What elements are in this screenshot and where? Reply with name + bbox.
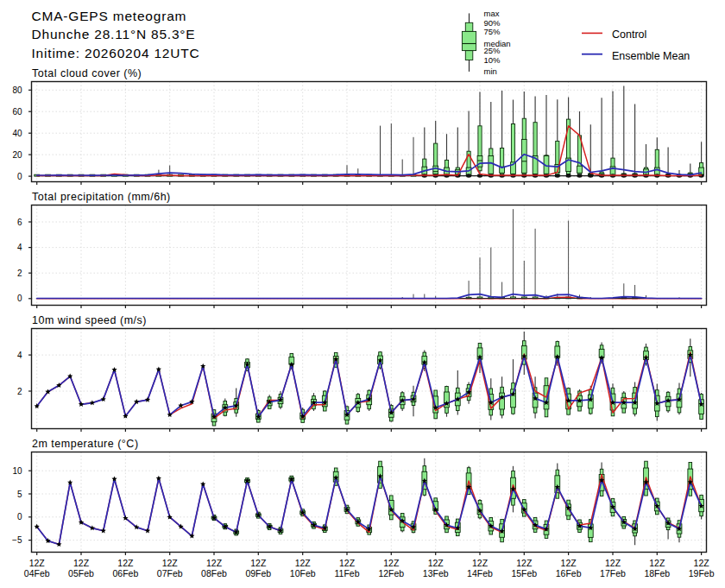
svg-text:Initime: 20260204 12UTC: Initime: 20260204 12UTC — [32, 46, 200, 60]
svg-text:0: 0 — [17, 172, 22, 181]
svg-text:min: min — [484, 66, 497, 76]
svg-text:2: 2 — [17, 269, 22, 278]
svg-text:12Z: 12Z — [472, 558, 489, 568]
svg-text:12Z: 12Z — [516, 558, 533, 568]
svg-text:12Z: 12Z — [117, 558, 134, 568]
svg-text:08Feb: 08Feb — [201, 568, 227, 579]
svg-text:12Z: 12Z — [649, 558, 665, 568]
svg-text:12Z: 12Z — [206, 558, 223, 568]
svg-text:−5: −5 — [12, 535, 22, 545]
svg-text:80: 80 — [12, 85, 22, 95]
svg-text:12Z: 12Z — [250, 558, 267, 568]
svg-text:4: 4 — [17, 351, 22, 360]
svg-text:12Z: 12Z — [605, 558, 621, 568]
svg-text:2m temperature (°C): 2m temperature (°C) — [32, 438, 139, 450]
svg-text:12Z: 12Z — [694, 558, 710, 568]
svg-text:19Feb: 19Feb — [689, 568, 715, 579]
svg-text:6: 6 — [17, 218, 22, 227]
svg-text:75%: 75% — [484, 27, 501, 36]
svg-text:10%: 10% — [484, 55, 501, 65]
svg-text:12Z: 12Z — [73, 558, 90, 568]
svg-text:Control: Control — [612, 28, 646, 41]
svg-text:04Feb: 04Feb — [24, 568, 50, 579]
svg-text:12Z: 12Z — [339, 558, 356, 568]
svg-text:14Feb: 14Feb — [467, 568, 493, 579]
svg-text:Total cloud cover (%): Total cloud cover (%) — [32, 67, 142, 79]
svg-text:10: 10 — [12, 466, 22, 476]
svg-text:40: 40 — [12, 129, 22, 138]
svg-text:2: 2 — [17, 387, 22, 396]
svg-text:12Z: 12Z — [29, 558, 46, 568]
svg-text:Dhunche 28.11°N 85.3°E: Dhunche 28.11°N 85.3°E — [32, 27, 196, 41]
svg-text:18Feb: 18Feb — [644, 568, 670, 579]
svg-text:20: 20 — [12, 150, 22, 160]
svg-text:15Feb: 15Feb — [511, 568, 537, 579]
svg-text:17Feb: 17Feb — [600, 568, 626, 579]
svg-text:10m wind speed (m/s): 10m wind speed (m/s) — [32, 314, 147, 326]
svg-text:16Feb: 16Feb — [556, 568, 582, 579]
svg-text:12Z: 12Z — [561, 558, 577, 568]
svg-text:06Feb: 06Feb — [113, 568, 139, 579]
svg-text:60: 60 — [12, 107, 22, 117]
svg-text:12Z: 12Z — [162, 558, 179, 568]
svg-text:12Feb: 12Feb — [378, 568, 404, 579]
svg-text:25%: 25% — [484, 46, 501, 55]
svg-text:CMA-GEPS meteogram: CMA-GEPS meteogram — [32, 9, 187, 23]
svg-text:12Z: 12Z — [383, 558, 400, 568]
svg-text:4: 4 — [17, 243, 22, 252]
svg-text:13Feb: 13Feb — [423, 568, 449, 579]
svg-text:Ensemble Mean: Ensemble Mean — [612, 50, 690, 62]
svg-text:12Z: 12Z — [428, 558, 444, 568]
svg-text:07Feb: 07Feb — [157, 568, 183, 579]
svg-text:12Z: 12Z — [295, 558, 312, 568]
svg-text:Total precipitation (mm/6h): Total precipitation (mm/6h) — [32, 191, 171, 203]
svg-text:09Feb: 09Feb — [245, 568, 271, 579]
svg-text:0: 0 — [17, 512, 22, 522]
svg-text:10Feb: 10Feb — [290, 568, 316, 579]
svg-text:05Feb: 05Feb — [68, 568, 94, 579]
svg-text:11Feb: 11Feb — [335, 568, 360, 579]
svg-text:5: 5 — [17, 490, 22, 499]
svg-text:0: 0 — [17, 294, 22, 303]
svg-text:max: max — [484, 9, 500, 18]
